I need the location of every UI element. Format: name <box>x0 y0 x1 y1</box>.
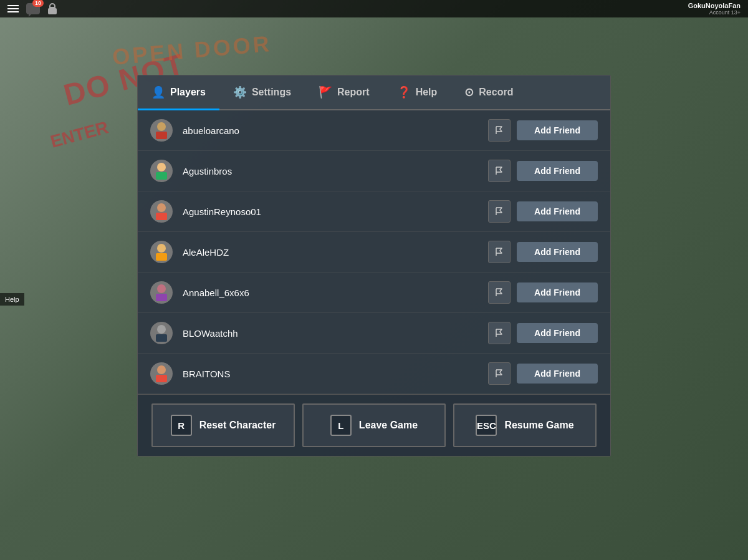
add-friend-button[interactable]: Add Friend <box>517 364 598 384</box>
add-friend-button[interactable]: Add Friend <box>517 242 598 262</box>
help-sidebar-button[interactable]: Help <box>0 293 24 306</box>
player-name: BLOWaatchh <box>183 328 488 339</box>
tab-settings-label: Settings <box>252 87 291 98</box>
add-friend-button[interactable]: Add Friend <box>517 201 598 221</box>
player-avatar <box>150 200 173 223</box>
add-friend-button[interactable]: Add Friend <box>517 323 598 343</box>
reset-character-label: Reset Character <box>199 420 276 431</box>
player-row: BLOWaatchh Add Friend <box>138 313 610 354</box>
resume-game-button[interactable]: ESC Resume Game <box>453 403 597 447</box>
player-row: abueloarcano Add Friend <box>138 110 610 151</box>
player-avatar <box>150 160 173 182</box>
help-icon: ❓ <box>397 85 411 99</box>
player-row: Annabell_6x6x6 Add Friend <box>138 273 610 313</box>
player-row: BRAITONS Add Friend <box>138 354 610 394</box>
players-icon: 👤 <box>151 85 165 99</box>
menu-icon[interactable] <box>7 5 19 12</box>
record-icon: ⊙ <box>464 85 474 99</box>
player-avatar <box>150 281 173 304</box>
player-name: AleAleHDZ <box>183 247 488 258</box>
report-icon: 🚩 <box>319 85 332 99</box>
leave-key-badge: L <box>330 415 352 436</box>
player-avatar <box>150 322 173 344</box>
settings-icon: ⚙️ <box>233 85 247 99</box>
flag-button[interactable] <box>488 241 511 263</box>
flag-button[interactable] <box>488 200 511 223</box>
flag-button[interactable] <box>488 322 511 344</box>
flag-button[interactable] <box>488 160 511 182</box>
tab-settings[interactable]: ⚙️ Settings <box>219 75 305 109</box>
top-bar-left: 10 <box>7 3 57 14</box>
player-name: BRAITONS <box>183 369 488 379</box>
resume-key-badge: ESC <box>476 415 497 436</box>
flag-button[interactable] <box>488 119 511 142</box>
bottom-buttons: R Reset Character L Leave Game ESC Resum… <box>138 394 610 456</box>
player-name: abueloarcano <box>183 125 488 136</box>
chat-badge: 10 <box>32 0 44 7</box>
player-name: Agustinbros <box>183 166 488 176</box>
add-friend-button[interactable]: Add Friend <box>517 282 598 302</box>
username-label: GokuNoyolaFan <box>688 2 741 9</box>
tab-bar: 👤 Players ⚙️ Settings 🚩 Report ❓ Help ⊙ … <box>138 75 610 110</box>
tab-record[interactable]: ⊙ Record <box>451 75 527 109</box>
leave-game-label: Leave Game <box>359 420 418 431</box>
tab-report[interactable]: 🚩 Report <box>305 75 383 109</box>
tab-players-label: Players <box>170 87 206 98</box>
tab-report-label: Report <box>337 87 370 98</box>
top-bar: 10 GokuNoyolaFan Account 13+ <box>0 0 748 17</box>
player-row: Agustinbros Add Friend <box>138 151 610 191</box>
add-friend-button[interactable]: Add Friend <box>517 120 598 140</box>
player-row: AgustinReynoso01 Add Friend <box>138 191 610 232</box>
player-avatar <box>150 119 173 142</box>
tab-players[interactable]: 👤 Players <box>138 75 219 109</box>
menu-overlay: 👤 Players ⚙️ Settings 🚩 Report ❓ Help ⊙ … <box>137 75 611 456</box>
player-name: AgustinReynoso01 <box>183 206 488 217</box>
reset-character-button[interactable]: R Reset Character <box>151 403 295 447</box>
flag-button[interactable] <box>488 281 511 304</box>
tab-record-label: Record <box>479 87 513 98</box>
tab-help[interactable]: ❓ Help <box>383 75 451 109</box>
leave-game-button[interactable]: L Leave Game <box>302 403 446 447</box>
lock-icon <box>47 3 57 14</box>
player-avatar <box>150 362 173 385</box>
flag-button[interactable] <box>488 362 511 385</box>
reset-key-badge: R <box>171 415 192 436</box>
player-row: AleAleHDZ Add Friend <box>138 232 610 273</box>
add-friend-button[interactable]: Add Friend <box>517 161 598 181</box>
resume-game-label: Resume Game <box>504 420 573 431</box>
top-bar-right: GokuNoyolaFan Account 13+ <box>688 2 741 16</box>
account-type-label: Account 13+ <box>709 9 741 16</box>
player-name: Annabell_6x6x6 <box>183 287 488 298</box>
player-avatar <box>150 241 173 263</box>
chat-icon-wrapper[interactable]: 10 <box>26 3 40 14</box>
players-list: abueloarcano Add Friend Agustinbros Add … <box>138 110 610 394</box>
tab-help-label: Help <box>416 87 438 98</box>
